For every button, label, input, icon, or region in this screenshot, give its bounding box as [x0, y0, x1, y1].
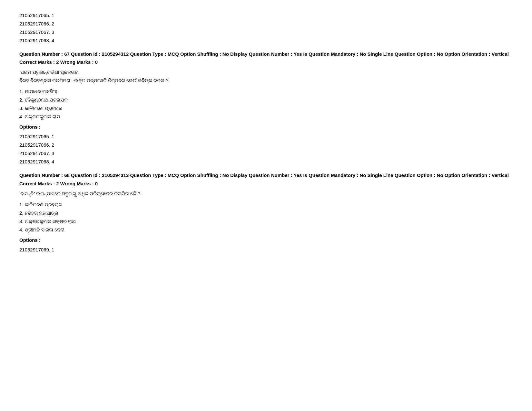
question-67-choices: 1. ମାଯାଧର ମାନସିଂହ 2. ବୈକୁଣ୍ଠନାଥ ପଟନାଯକ 3… — [19, 88, 513, 121]
list-item: 21052917067. 3 — [19, 150, 513, 157]
question-68-text: ‘ବାସନ୍ତି’ ଉପନ୍ଯାସରେ ସବୁଠାରୁ ଅଧିକ ପରିଚ୍ଛେ… — [19, 190, 513, 198]
question-67-options: 21052917065. 1 21052917066. 2 2105291706… — [19, 133, 513, 166]
question-68-options-label: Options : — [19, 236, 513, 244]
list-item: 2. ହରିହର ମହାପାତ୍ର — [19, 209, 513, 217]
list-item: 2. ବୈକୁଣ୍ଠନାଥ ପଟନାଯକ — [19, 96, 513, 104]
question-67-options-label: Options : — [19, 123, 513, 131]
list-item: 21052917069. 1 — [19, 246, 513, 254]
question-67-section: Question Number : 67 Question Id : 21052… — [19, 50, 513, 166]
list-item: 1. କାଳିଚରଣ ପ୍ରହରାଜ — [19, 201, 513, 209]
prev-options-section: 21052917065. 1 21052917066. 2 2105291706… — [19, 12, 513, 44]
question-68-section: Question Number : 68 Question Id : 21052… — [19, 171, 513, 254]
list-item: 3. କାଳିଚରଣ ପ୍ରହରାଜ — [19, 104, 513, 112]
list-item: 21052917068. 4 — [19, 158, 513, 166]
list-item: 21052917067. 3 — [19, 28, 513, 36]
list-item: 21052917065. 1 — [19, 133, 513, 141]
question-67-line1: ‘ପରମ ପ୍ରଶାନ୍ତବୀଣା ପୁଳକଭରା — [19, 68, 513, 76]
list-item: 21052917068. 4 — [19, 37, 513, 44]
list-item: 21052917066. 2 — [19, 141, 513, 149]
question-68-options: 21052917069. 1 — [19, 246, 513, 254]
question-67-marks: Correct Marks : 2 Wrong Marks : 0 — [19, 58, 513, 66]
list-item: 21052917066. 2 — [19, 20, 513, 28]
list-item: 4. ଅକ୍ଷଯକୁମାର ରାଯ — [19, 113, 513, 121]
list-item: 1. ମାଯାଧର ମାନସିଂହ — [19, 88, 513, 95]
list-item: 21052917065. 1 — [19, 12, 513, 19]
prev-options-list: 21052917065. 1 21052917066. 2 2105291706… — [19, 12, 513, 44]
list-item: 3. ଅକ୍ଷଯକୁମାର ଶକ୍ଷର ରାଯ — [19, 218, 513, 225]
question-68-choices: 1. କାଳିଚରଣ ପ୍ରହରାଜ 2. ହରିହର ମହାପାତ୍ର 3. … — [19, 201, 513, 234]
question-67-line2: ବିରହ ବିରହଶ୍ଵାସ ମରମମରା’ -ଉକ୍ତ ପଦ୍ଯାଂଶଟି ନ… — [19, 76, 513, 85]
list-item: 4. ଶ୍ରୀମତି ସାରଳା ଦେବୀ — [19, 226, 513, 234]
question-68-marks: Correct Marks : 2 Wrong Marks : 0 — [19, 180, 513, 188]
question-68-header: Question Number : 68 Question Id : 21052… — [19, 171, 513, 179]
question-67-text: ‘ପରମ ପ୍ରଶାନ୍ତବୀଣା ପୁଳକଭରା ବିରହ ବିରହଶ୍ଵାସ… — [19, 68, 513, 84]
question-67-header: Question Number : 67 Question Id : 21052… — [19, 50, 513, 58]
